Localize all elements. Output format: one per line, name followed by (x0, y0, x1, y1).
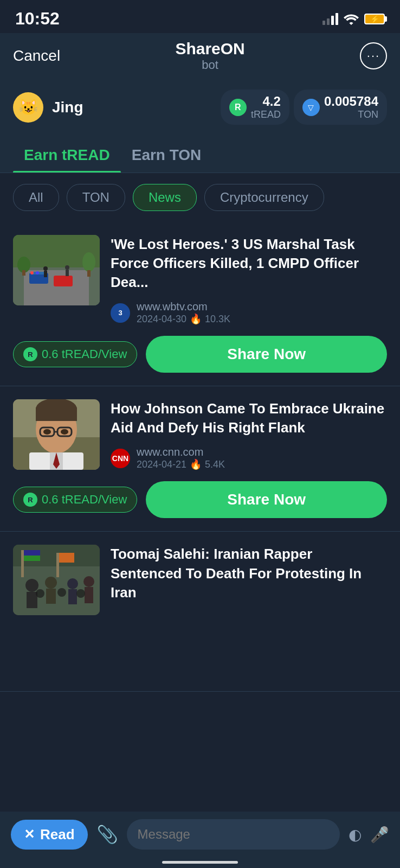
svg-point-41 (67, 578, 78, 589)
filter-cryptocurrency[interactable]: Cryptocurrency (204, 184, 324, 211)
card-meta-2: CNN www.cnn.com 2024-04-21 🔥 5.4K (111, 446, 387, 470)
reward-icon-1: R (23, 347, 37, 361)
moon-button[interactable]: ◐ (349, 826, 362, 844)
svg-rect-4 (54, 276, 73, 286)
svg-point-43 (83, 576, 94, 587)
article-thumbnail-3 (13, 545, 100, 615)
tabs-container: Earn tREAD Earn TON (0, 133, 400, 173)
source-logo-2: CNN (111, 449, 130, 468)
svg-rect-40 (46, 589, 56, 604)
meta-text-1: www.wbtv.com 2024-04-30 🔥 10.3K (137, 301, 230, 325)
svg-rect-9 (22, 270, 25, 276)
more-icon: ··· (367, 49, 380, 63)
read-x-icon: ✕ (24, 827, 35, 842)
status-bar: 10:52 ⚡ (0, 0, 400, 33)
header: Cancel ShareON bot ··· (0, 33, 400, 81)
svg-point-6 (30, 271, 34, 275)
svg-point-7 (36, 271, 39, 275)
tread-icon: R (229, 99, 247, 116)
card-body-2: How Johnson Came To Embrace Ukraine Aid … (111, 399, 387, 470)
card-content-1: 'We Lost Heroes.' 3 US Marshal Task Forc… (13, 235, 387, 325)
svg-rect-42 (68, 589, 77, 604)
meta-date-2: 2024-04-21 🔥 5.4K (137, 458, 225, 470)
app-subtitle: bot (175, 58, 244, 72)
message-input[interactable] (127, 819, 340, 850)
read-button[interactable]: ✕ Read (11, 820, 88, 850)
svg-rect-31 (21, 550, 24, 577)
fire-icon-2: 🔥 (190, 458, 202, 470)
svg-point-45 (36, 589, 44, 598)
status-time: 10:52 (15, 9, 60, 29)
filter-all[interactable]: All (13, 184, 59, 211)
svg-point-22 (43, 429, 51, 435)
tread-badge: R 4.2 tREAD (221, 90, 289, 125)
article-title-2: How Johnson Came To Embrace Ukraine Aid … (111, 399, 387, 437)
home-indicator (0, 861, 400, 864)
share-button-1[interactable]: Share Now (146, 336, 387, 373)
reward-icon-2: R (23, 493, 37, 507)
article-card-3: Toomaj Salehi: Iranian Rapper Sentenced … (0, 532, 400, 692)
card-actions-2: R 0.6 tREAD/View Share Now (13, 481, 387, 518)
tread-label: tREAD (251, 109, 281, 120)
status-icons: ⚡ (322, 13, 385, 25)
ton-badge: ▽ 0.005784 TON (294, 90, 387, 125)
svg-rect-13 (44, 271, 47, 277)
svg-rect-11 (87, 270, 91, 277)
attach-button[interactable]: 📎 (96, 824, 118, 845)
svg-point-12 (43, 266, 48, 271)
svg-rect-15 (66, 270, 69, 276)
tab-earn-tread[interactable]: Earn tREAD (13, 138, 121, 173)
svg-rect-44 (85, 587, 93, 603)
svg-rect-34 (24, 556, 40, 561)
user-name: Jing (52, 99, 83, 116)
svg-rect-35 (56, 553, 59, 577)
card-actions-1: R 0.6 tREAD/View Share Now (13, 336, 387, 373)
header-center: ShareON bot (175, 40, 244, 72)
bottom-bar: ✕ Read 📎 ◐ 🎤 (0, 812, 400, 868)
svg-rect-38 (27, 592, 37, 608)
paperclip-icon: 📎 (96, 825, 118, 844)
app-title: ShareON (175, 40, 244, 58)
filter-row: All TON News Cryptocurrency (0, 173, 400, 222)
ton-icon: ▽ (302, 99, 320, 116)
meta-date-1: 2024-04-30 🔥 10.3K (137, 313, 230, 325)
tread-info: 4.2 tREAD (251, 94, 281, 120)
avatar: 😺 (13, 92, 43, 123)
svg-rect-25 (36, 407, 77, 421)
meta-text-2: www.cnn.com 2024-04-21 🔥 5.4K (137, 446, 225, 470)
user-info: 😺 Jing (13, 92, 83, 123)
moon-icon: ◐ (349, 826, 362, 843)
article-title-3: Toomaj Salehi: Iranian Rapper Sentenced … (111, 545, 387, 602)
share-button-2[interactable]: Share Now (146, 481, 387, 518)
source-url-2: www.cnn.com (137, 446, 225, 458)
reward-badge-1: R 0.6 tREAD/View (13, 341, 137, 367)
tab-earn-ton[interactable]: Earn TON (121, 138, 212, 173)
reward-badge-2: R 0.6 tREAD/View (13, 487, 137, 513)
article-title-1: 'We Lost Heroes.' 3 US Marshal Task Forc… (111, 235, 387, 292)
mic-button[interactable]: 🎤 (370, 826, 389, 844)
ton-amount: 0.005784 (324, 94, 378, 109)
token-badges: R 4.2 tREAD ▽ 0.005784 TON (221, 90, 387, 125)
svg-point-10 (82, 252, 95, 272)
card-content-2: How Johnson Came To Embrace Ukraine Aid … (13, 399, 387, 470)
filter-news[interactable]: News (133, 184, 197, 211)
article-card-1: 'We Lost Heroes.' 3 US Marshal Task Forc… (0, 222, 400, 386)
article-thumbnail-1 (13, 235, 100, 305)
svg-point-39 (45, 577, 57, 589)
wifi-icon (344, 13, 359, 25)
battery-icon: ⚡ (364, 14, 385, 24)
card-content-3: Toomaj Salehi: Iranian Rapper Sentenced … (13, 545, 387, 615)
user-row: 😺 Jing R 4.2 tREAD ▽ 0.005784 TON (0, 81, 400, 133)
svg-rect-36 (59, 553, 74, 563)
signal-icon (322, 13, 338, 25)
ton-info: 0.005784 TON (324, 94, 378, 120)
svg-point-47 (76, 589, 85, 598)
fire-icon-1: 🔥 (190, 313, 202, 325)
card-body-3: Toomaj Salehi: Iranian Rapper Sentenced … (111, 545, 387, 615)
cancel-button[interactable]: Cancel (13, 47, 60, 65)
svg-point-14 (65, 265, 69, 270)
more-button[interactable]: ··· (360, 42, 387, 69)
mic-icon: 🎤 (370, 826, 389, 843)
tread-amount: 4.2 (251, 94, 281, 109)
filter-ton[interactable]: TON (67, 184, 125, 211)
